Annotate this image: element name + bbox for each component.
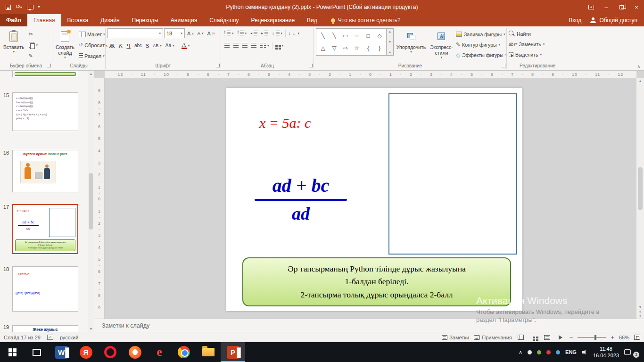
horizontal-ruler[interactable]: 12 · 11 · 10 · 9 · 8 · 7 · 6 · 5 · 4 · 3…	[105, 71, 636, 78]
tab-transitions[interactable]: Переходы	[126, 14, 165, 26]
thumbnail-slide-17-selected[interactable]: x = 5a: c ad + bc ad Әр тапсырманың Pyth…	[12, 204, 78, 254]
file-explorer-taskbar-button[interactable]	[196, 342, 221, 362]
start-slideshow-icon[interactable]	[27, 5, 33, 9]
opera-taskbar-button[interactable]	[98, 342, 123, 362]
gallery-more-icon[interactable]: ≡	[389, 50, 391, 54]
powerpoint-taskbar-button-active[interactable]: P	[221, 342, 245, 362]
format-painter-button[interactable]: ✎	[27, 51, 40, 61]
red-formula-text[interactable]: x = 5a: c	[259, 115, 311, 131]
tray-antivirus-icon[interactable]	[537, 350, 541, 354]
select-button[interactable]: Выделить▾	[509, 50, 545, 59]
underline-button[interactable]: Ч	[125, 41, 132, 50]
tray-app3-icon[interactable]	[556, 350, 560, 354]
slide-sorter-view-button[interactable]	[530, 334, 538, 341]
dialog-launcher-icon[interactable]	[216, 64, 220, 67]
yandex-browser-taskbar-button[interactable]	[123, 342, 147, 362]
shape-line2-icon[interactable]: ╲	[332, 33, 336, 39]
customize-qat-icon[interactable]: ▾	[38, 4, 40, 10]
justify-button[interactable]	[250, 41, 258, 50]
scrollbar-thumb[interactable]	[89, 173, 93, 230]
shape-arrow-icon[interactable]: ⇨	[343, 45, 348, 51]
strikethrough-button[interactable]: abc	[133, 41, 143, 50]
yandex-taskbar-button[interactable]: Я	[74, 342, 98, 362]
tab-home[interactable]: Главная	[27, 14, 61, 26]
previous-slide-icon[interactable]: ⇞	[639, 310, 642, 314]
reading-view-button[interactable]	[543, 334, 552, 341]
collapse-ribbon-icon[interactable]: ∧	[637, 64, 640, 69]
task-view-button[interactable]	[25, 342, 49, 362]
thumbnail-scrollbar[interactable]: ▲ ▼	[88, 71, 94, 332]
green-banner[interactable]: Әр тапсырманың Python тілінде дұрыс жазы…	[242, 257, 511, 306]
action-center-icon[interactable]	[624, 349, 631, 355]
tab-design[interactable]: Дизайн	[94, 14, 125, 26]
shape-effects-button[interactable]: ◇Эффекты фигуры▾	[456, 50, 507, 59]
font-color-button[interactable]: А▾	[180, 41, 191, 50]
scroll-down-icon[interactable]: ▼	[90, 327, 93, 330]
clock[interactable]: 11:48 16.04.2023	[593, 346, 619, 359]
shapes-gallery-scroll[interactable]: ▴ ▾ ≡	[387, 28, 394, 56]
dialog-launcher-icon[interactable]	[47, 64, 51, 67]
clear-formatting-button[interactable]: А	[206, 28, 216, 38]
character-spacing-button[interactable]: АВ▾	[151, 41, 163, 50]
minimize-button[interactable]: –	[599, 0, 614, 14]
shape-brace-left-icon[interactable]: {	[367, 45, 369, 51]
font-size-combobox[interactable]: 18▾	[164, 28, 185, 38]
language-indicator[interactable]: русский	[60, 335, 78, 340]
shape-outline-button[interactable]: ✎Контур фигуры▾	[456, 40, 507, 49]
bold-button[interactable]: Ж	[107, 41, 116, 50]
align-left-button[interactable]	[223, 41, 231, 50]
align-center-button[interactable]	[232, 41, 240, 50]
fit-to-window-icon[interactable]	[634, 335, 640, 340]
find-button[interactable]: Найти	[509, 29, 545, 38]
shape-square-icon[interactable]: □	[366, 33, 370, 39]
zoom-out-button[interactable]: −	[570, 334, 573, 341]
zoom-in-button[interactable]: +	[611, 334, 614, 341]
shape-diamond-icon[interactable]: ◇	[377, 33, 381, 39]
scroll-up-icon[interactable]: ▴	[389, 30, 391, 33]
notes-pane[interactable]: Заметки к слайду	[94, 319, 644, 332]
scroll-down-icon[interactable]: ▼	[639, 305, 642, 309]
shape-line-icon[interactable]: ╲	[321, 33, 324, 39]
bullets-button[interactable]: ▾	[223, 28, 235, 38]
font-name-combobox[interactable]: ▾	[107, 28, 163, 38]
slide-17-canvas[interactable]: x = 5a: c ad + bc ad Әр тапсырманың Pyth…	[226, 88, 522, 311]
zoom-level[interactable]: 66%	[619, 335, 629, 340]
tab-view[interactable]: Вид	[301, 14, 323, 26]
slideshow-view-button[interactable]	[556, 334, 565, 341]
replace-button[interactable]: ab⇄Заменить▾	[509, 40, 545, 49]
blue-fraction[interactable]: ad + bc ad	[254, 175, 348, 223]
layout-button[interactable]: Макет▾	[77, 29, 109, 39]
align-right-button[interactable]	[241, 41, 249, 50]
word-taskbar-button[interactable]: W	[49, 342, 74, 362]
cut-button[interactable]: ✂	[27, 29, 40, 39]
shape-brace-right-icon[interactable]: }	[379, 45, 380, 51]
spell-check-icon[interactable]: ✓	[47, 335, 53, 340]
scroll-up-icon[interactable]: ▲	[639, 79, 642, 82]
smartart-button[interactable]: ▾	[274, 41, 285, 50]
close-button[interactable]: ×	[629, 0, 644, 14]
tab-review[interactable]: Рецензирование	[245, 14, 301, 26]
restore-button[interactable]	[614, 0, 629, 14]
increase-font-button[interactable]: А▴	[186, 28, 195, 38]
thumbnail-slide-14-partial[interactable]	[12, 71, 78, 77]
show-hidden-icons-chevron[interactable]: ∧	[519, 349, 522, 355]
shape-rectangle-icon[interactable]: ▭	[343, 33, 348, 39]
reset-button[interactable]: ↺Сбросить	[77, 40, 109, 50]
scrollbar-thumb[interactable]	[638, 167, 643, 210]
tell-me-box[interactable]: Что вы хотите сделать?	[331, 14, 401, 26]
volume-icon[interactable]	[582, 350, 588, 355]
line-spacing-button[interactable]: ↕▾	[271, 28, 284, 38]
dialog-launcher-icon[interactable]	[309, 64, 313, 67]
copy-button[interactable]: ▾	[27, 40, 40, 50]
shape-triangle-icon[interactable]: △	[321, 45, 325, 51]
share-button[interactable]: Общий доступ	[590, 17, 637, 24]
shape-ellipse-icon[interactable]: ○	[355, 33, 358, 39]
text-direction-button[interactable]: ↕↔▾	[287, 28, 301, 38]
start-button[interactable]	[0, 342, 25, 362]
shape-triangle-down-icon[interactable]: ▽	[332, 45, 336, 51]
quick-styles-button[interactable]: А Экспресс-стили ▾	[429, 28, 454, 62]
red-e-app-taskbar-button[interactable]: e	[147, 342, 172, 362]
shape-star-icon[interactable]: ☆	[355, 45, 360, 51]
tab-insert[interactable]: Вставка	[61, 14, 95, 26]
numbering-button[interactable]: ▾	[236, 28, 248, 38]
